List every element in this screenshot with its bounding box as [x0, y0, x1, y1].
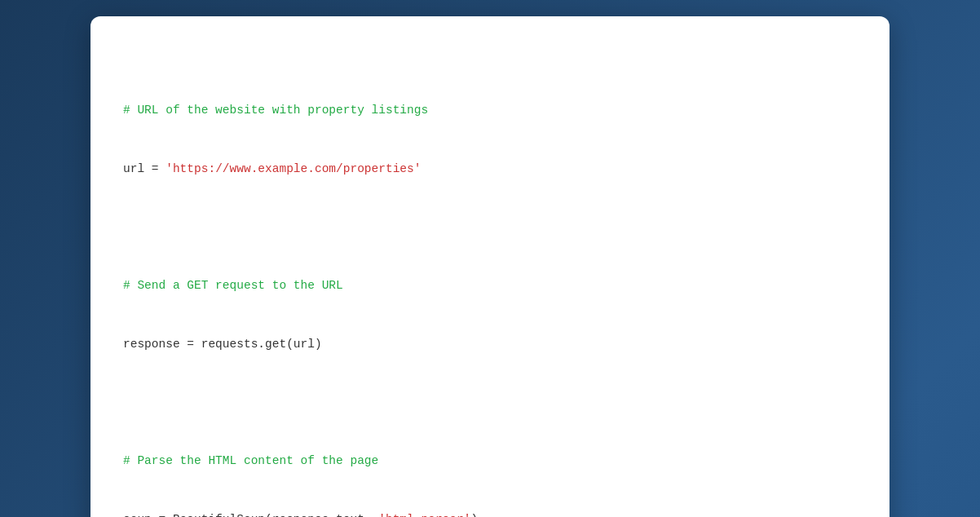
code-line-blank-2 — [123, 394, 857, 413]
code-line-8: soup = BeautifulSoup(response.text, 'htm… — [123, 510, 857, 517]
code-line-2: url = 'https://www.example.com/propertie… — [123, 160, 857, 179]
code-line-7: # Parse the HTML content of the page — [123, 452, 857, 471]
code-line-1: # URL of the website with property listi… — [123, 101, 857, 121]
code-container: # URL of the website with property listi… — [90, 16, 890, 517]
code-block: # URL of the website with property listi… — [123, 42, 857, 517]
code-line-blank-1 — [123, 218, 857, 237]
code-line-4: # Send a GET request to the URL — [123, 276, 857, 296]
code-line-5: response = requests.get(url) — [123, 335, 857, 355]
